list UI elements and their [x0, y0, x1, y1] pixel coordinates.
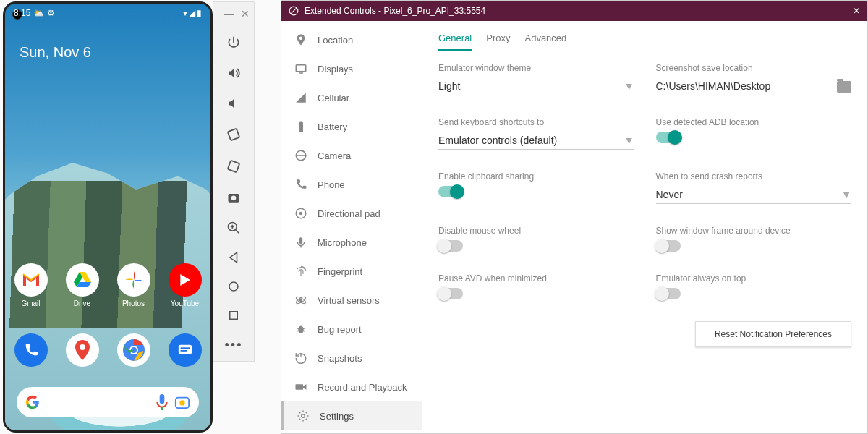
wifi-icon: ▾ [183, 8, 187, 18]
rotate-right-icon[interactable] [226, 158, 242, 174]
sidebar-item-fingerprint[interactable]: Fingerprint [281, 257, 422, 286]
lens-icon[interactable] [174, 394, 190, 410]
field-screenshot-loc: Screenshot save location C:\Users\HIMAN\… [656, 63, 852, 95]
sidebar-item-phone[interactable]: Phone [281, 170, 422, 199]
svg-rect-25 [299, 122, 303, 132]
svg-rect-26 [300, 122, 302, 123]
window-close-button[interactable]: ✕ [241, 8, 250, 20]
app-gmail[interactable]: Gmail [14, 263, 48, 307]
sidebar-item-camera[interactable]: Camera [281, 141, 422, 170]
app-maps[interactable] [66, 333, 99, 367]
sidebar-item-label: Location [318, 35, 353, 46]
mic-icon[interactable] [156, 394, 169, 410]
home-icon[interactable] [227, 280, 240, 293]
svg-point-0 [80, 344, 85, 350]
battery-icon: ▮ [197, 8, 202, 18]
ontop-toggle[interactable] [656, 288, 681, 299]
back-icon[interactable] [227, 251, 240, 264]
field-mouse-wheel: Disable mouse wheel [438, 226, 634, 252]
adb-toggle[interactable] [656, 132, 681, 143]
sidebar-item-settings[interactable]: Settings [281, 401, 422, 430]
app-messages[interactable] [169, 333, 202, 367]
adb-label: Use detected ADB location [656, 117, 852, 127]
drive-icon [66, 263, 99, 297]
window-minimize-button[interactable]: — [224, 8, 234, 20]
status-settings-icon: ⚙ [47, 8, 55, 18]
sidebar-item-battery[interactable]: Battery [281, 112, 422, 141]
sidebar-item-microphone[interactable]: Microphone [281, 228, 422, 257]
crash-label: When to send crash reports [656, 171, 852, 182]
field-crash: When to send crash reports Never ▼ [656, 171, 852, 204]
svg-rect-7 [160, 394, 165, 404]
status-time: 8:15 [14, 8, 30, 18]
volume-up-icon[interactable] [226, 66, 241, 80]
theme-select[interactable]: Light ▼ [438, 77, 634, 95]
theme-label: Emulator window theme [438, 63, 634, 73]
kb-select[interactable]: Emulator controls (default) ▼ [438, 132, 634, 150]
svg-rect-38 [296, 384, 304, 390]
tab-general[interactable]: General [438, 33, 472, 51]
sidebar-item-label: Snapshots [318, 353, 362, 364]
sidebar-item-label: Bug report [318, 324, 362, 335]
sidebar-item-cellular[interactable]: Cellular [281, 83, 422, 112]
overview-icon[interactable] [227, 309, 240, 322]
sidebar-item-virtual-sensors[interactable]: Virtual sensors [281, 286, 422, 315]
sidebar-item-label: Settings [320, 411, 354, 422]
android-status-bar: 8:15 ⛅ ⚙ ▾ ◢ ▮ [5, 8, 210, 18]
app-phone[interactable] [14, 333, 48, 367]
extended-controls-window: Extended Controls - Pixel_6_Pro_API_33:5… [281, 0, 868, 434]
frame-label: Show window frame around device [656, 226, 852, 236]
svg-rect-30 [299, 237, 303, 244]
sidebar-item-label: Microphone [318, 237, 367, 248]
field-window-frame: Show window frame around device [656, 226, 852, 252]
clip-label: Enable clipboard sharing [438, 171, 634, 182]
sidebar-item-label: Displays [318, 64, 353, 75]
settings-panel: GeneralProxyAdvanced Emulator window the… [422, 21, 867, 433]
field-keyboard: Send keyboard shortcuts to Emulator cont… [438, 117, 634, 150]
extended-controls-sidebar: LocationDisplaysCellularBatteryCameraPho… [281, 21, 422, 433]
svg-rect-23 [296, 65, 306, 72]
google-g-icon [25, 395, 40, 409]
svg-rect-4 [178, 345, 191, 354]
power-icon[interactable] [226, 35, 241, 50]
sidebar-item-snapshots[interactable]: Snapshots [281, 344, 422, 373]
zoom-icon[interactable] [226, 221, 241, 235]
home-date-text: Sun, Nov 6 [20, 44, 91, 61]
home-search-bar[interactable] [17, 387, 199, 417]
crash-value: Never [656, 189, 683, 200]
volume-down-icon[interactable] [226, 96, 241, 111]
tab-proxy[interactable]: Proxy [486, 33, 510, 51]
screenshot-icon[interactable] [226, 190, 241, 205]
svg-rect-6 [180, 350, 187, 352]
emulator-side-toolbar: — ✕ ••• [213, 1, 255, 362]
folder-icon[interactable] [837, 81, 851, 93]
kb-value: Emulator controls (default) [438, 135, 557, 146]
sidebar-item-displays[interactable]: Displays [281, 54, 422, 83]
clipboard-toggle[interactable] [438, 186, 463, 197]
wheel-toggle[interactable] [438, 240, 463, 252]
close-icon[interactable]: ✕ [853, 6, 860, 16]
emulator-area: 8:15 ⛅ ⚙ ▾ ◢ ▮ Sun, Nov 6 Gmail [0, 0, 260, 434]
tab-advanced[interactable]: Advanced [524, 33, 566, 51]
sidebar-item-bug-report[interactable]: Bug report [281, 315, 422, 344]
svg-rect-20 [230, 312, 238, 320]
status-cloud-icon: ⛅ [33, 8, 44, 18]
chevron-down-icon: ▼ [624, 80, 634, 92]
screenshot-label: Screenshot save location [656, 63, 852, 73]
svg-point-29 [299, 212, 303, 216]
frame-toggle[interactable] [656, 240, 681, 252]
reset-notifications-button[interactable]: Reset Notification Preferences [695, 321, 851, 347]
sidebar-item-record-and-playback[interactable]: Record and Playback [281, 373, 422, 401]
svg-point-32 [299, 299, 303, 302]
app-drive[interactable]: Drive [66, 263, 99, 307]
screenshot-path-input[interactable]: C:\Users\HIMAN\Desktop [656, 77, 830, 95]
app-photos[interactable]: Photos [117, 263, 150, 307]
rotate-left-icon[interactable] [226, 127, 242, 142]
sidebar-item-directional-pad[interactable]: Directional pad [281, 199, 422, 228]
app-chrome[interactable] [117, 333, 150, 367]
pause-toggle[interactable] [438, 288, 463, 299]
more-icon[interactable]: ••• [225, 338, 243, 353]
sidebar-item-location[interactable]: Location [281, 25, 422, 54]
app-youtube[interactable]: YouTube [169, 263, 202, 307]
crash-select[interactable]: Never ▼ [656, 186, 852, 204]
